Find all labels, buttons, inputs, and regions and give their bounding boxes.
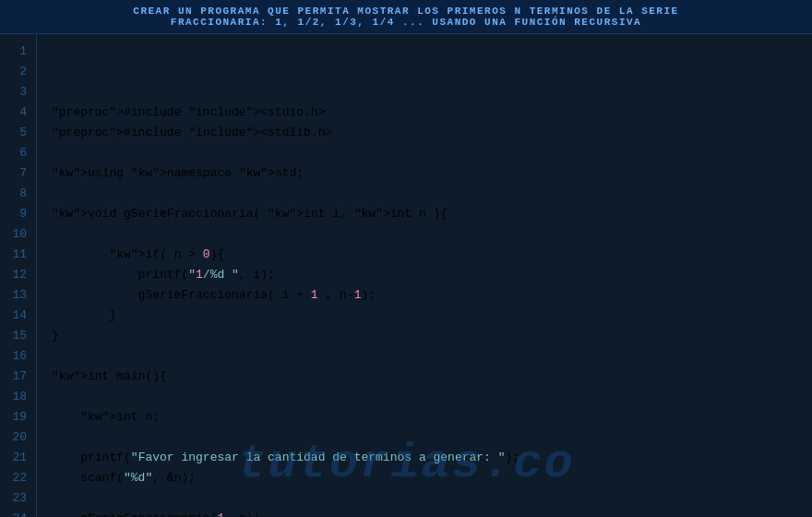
code-line: "kw">if( n > 0){ <box>52 245 797 265</box>
code-line: "kw">void gSerieFraccionaria( "kw">int i… <box>52 204 797 224</box>
code-line: "preproc">#include "include"><stdio.h> <box>52 102 797 123</box>
line-number: 20 <box>12 427 27 448</box>
code-line <box>52 224 797 245</box>
code-line <box>52 82 797 102</box>
line-number: 22 <box>12 468 27 488</box>
line-number: 3 <box>12 82 27 102</box>
code-line: gSerieFraccionaria(1, n); <box>52 509 797 517</box>
line-number: 5 <box>12 123 27 143</box>
code-line <box>52 62 797 82</box>
line-number: 2 <box>12 62 27 82</box>
line-number: 7 <box>12 163 27 184</box>
code-line: } <box>52 326 797 346</box>
code-line: "kw">int main(){ <box>52 367 797 387</box>
title-line2: FRACCIONARIA: 1, 1/2, 1/3, 1/4 ... USAND… <box>171 17 641 28</box>
line-number: 23 <box>12 488 27 509</box>
line-number: 12 <box>12 265 27 285</box>
code-line <box>52 488 797 509</box>
code-line <box>52 184 797 204</box>
code-line <box>52 42 797 62</box>
code-line <box>52 143 797 163</box>
code-line: scanf("%d", &n); <box>52 468 797 488</box>
code-line <box>52 387 797 407</box>
code-line <box>52 427 797 448</box>
title-line1: CREAR UN PROGRAMA QUE PERMITA MOSTRAR LO… <box>133 6 678 17</box>
code-area: 1234567891011121314151617181920212223242… <box>0 34 812 517</box>
line-number: 19 <box>12 407 27 427</box>
line-number: 11 <box>12 245 27 265</box>
line-number: 21 <box>12 448 27 468</box>
line-number: 6 <box>12 143 27 163</box>
line-number: 14 <box>12 306 27 326</box>
code-line: gSerieFraccionaria( i + 1 , n-1); <box>52 285 797 306</box>
line-number: 18 <box>12 387 27 407</box>
code-content[interactable]: "preproc">#include "include"><stdio.h>"p… <box>37 34 812 517</box>
code-line: printf("Favor ingresar la cantidad de te… <box>52 448 797 468</box>
line-number: 1 <box>12 42 27 62</box>
code-line: "kw">using "kw">namespace "kw">std; <box>52 163 797 184</box>
code-line: "preproc">#include "include"><stdlib.h> <box>52 123 797 143</box>
line-number: 13 <box>12 285 27 306</box>
line-number: 17 <box>12 367 27 387</box>
editor: CREAR UN PROGRAMA QUE PERMITA MOSTRAR LO… <box>0 0 812 517</box>
line-number: 24 <box>12 509 27 517</box>
line-number: 8 <box>12 184 27 204</box>
code-line <box>52 346 797 367</box>
line-number: 15 <box>12 326 27 346</box>
code-line: "kw">int n; <box>52 407 797 427</box>
title-text: CREAR UN PROGRAMA QUE PERMITA MOSTRAR LO… <box>9 6 803 28</box>
code-line: } <box>52 306 797 326</box>
code-line: printf("1/%d ", i); <box>52 265 797 285</box>
line-number: 10 <box>12 224 27 245</box>
line-number: 4 <box>12 102 27 123</box>
title-bar: CREAR UN PROGRAMA QUE PERMITA MOSTRAR LO… <box>0 0 812 34</box>
line-number: 9 <box>12 204 27 224</box>
line-number: 16 <box>12 346 27 367</box>
line-numbers: 1234567891011121314151617181920212223242… <box>0 34 37 517</box>
